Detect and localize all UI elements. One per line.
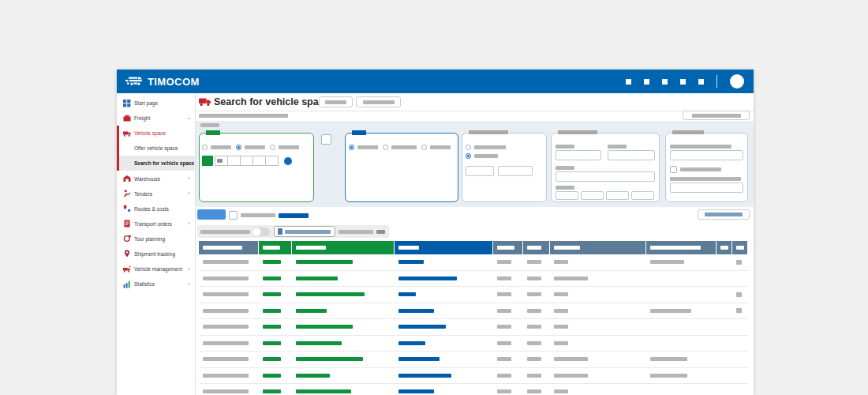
- topbar-menu-square-icon[interactable]: [680, 79, 686, 85]
- plate-input-cell[interactable]: [240, 156, 253, 166]
- header-action-button-1[interactable]: [319, 96, 353, 107]
- table-cell-c9: [716, 271, 732, 287]
- small-input-4[interactable]: [631, 191, 654, 200]
- table-row[interactable]: [199, 352, 748, 368]
- main-content: Search for vehicle space: [196, 93, 754, 395]
- sidebar-item-warehouse[interactable]: Warehouse›: [117, 171, 195, 186]
- topbar-menu-square-icon[interactable]: [698, 79, 704, 85]
- property-input-2[interactable]: [608, 150, 655, 160]
- table-header-cell-c5[interactable]: [493, 241, 523, 254]
- sidebar-item-start-page[interactable]: Start page: [117, 96, 195, 111]
- table-row[interactable]: [199, 319, 748, 336]
- search-button[interactable]: [197, 209, 226, 220]
- save-search-checkbox[interactable]: [229, 211, 238, 220]
- radio-option-2-selected[interactable]: [236, 145, 241, 150]
- table-header-cell-c3[interactable]: [292, 241, 395, 254]
- table-header-cell-c10[interactable]: [732, 241, 748, 254]
- table-row[interactable]: [199, 384, 748, 395]
- plate-input-cell[interactable]: [253, 156, 266, 166]
- toolbar-label-placeholder: [200, 230, 250, 234]
- country-flag-tile[interactable]: [202, 156, 213, 166]
- plate-input-cell[interactable]: [227, 156, 241, 166]
- sidebar-item-search-for-vehicle-space[interactable]: Search for vehicle space: [117, 156, 195, 171]
- radio-option-3[interactable]: [421, 145, 427, 150]
- field-label-placeholder: [670, 145, 731, 149]
- table-header-cell-c1[interactable]: [199, 241, 259, 254]
- table-header-cell-c8[interactable]: [646, 241, 716, 254]
- options-checkbox[interactable]: [670, 166, 677, 173]
- time-input[interactable]: [498, 166, 533, 176]
- table-cell-c2: [259, 271, 292, 287]
- table-header-cell-c6[interactable]: [523, 241, 550, 254]
- property-input-1[interactable]: [556, 150, 601, 160]
- options-input-2[interactable]: [670, 182, 743, 193]
- radio-option-2-selected[interactable]: [466, 153, 471, 159]
- user-avatar[interactable]: [730, 74, 744, 88]
- cell-value-placeholder: [263, 309, 281, 313]
- table-cell-c4: [395, 368, 493, 384]
- vehicle-mgmt-icon: [122, 265, 132, 273]
- table-header-cell-c2[interactable]: [259, 241, 292, 254]
- add-location-dot-button[interactable]: [284, 157, 292, 165]
- topbar-menu-square-icon[interactable]: [626, 79, 631, 85]
- link-panels-checkbox[interactable]: [321, 134, 331, 145]
- plate-input-cell[interactable]: [215, 156, 228, 166]
- radio-option-1-selected[interactable]: [349, 145, 354, 150]
- table-row[interactable]: [199, 336, 748, 352]
- table-row[interactable]: [199, 254, 748, 271]
- topbar-menu-square-icon[interactable]: [644, 79, 649, 85]
- table-header-cell-c7[interactable]: [550, 241, 646, 254]
- radio-option-1[interactable]: [466, 145, 471, 150]
- property-input-wide[interactable]: [556, 171, 655, 182]
- sort-dropdown[interactable]: [274, 226, 335, 237]
- auto-refresh-toggle[interactable]: [253, 228, 270, 236]
- cell-value-placeholder: [650, 374, 687, 378]
- actions-row: [196, 207, 754, 224]
- table-header-cell-c9[interactable]: [716, 241, 732, 254]
- date-input[interactable]: [466, 166, 494, 176]
- sidebar-item-vehicle-space[interactable]: Vehicle space: [117, 126, 195, 141]
- top-right-button[interactable]: [683, 111, 750, 120]
- cell-value-placeholder: [650, 357, 687, 361]
- options-input-1[interactable]: [670, 150, 743, 160]
- sidebar-item-vehicle-management[interactable]: Vehicle management›: [117, 261, 195, 276]
- sidebar-item-tour-planning[interactable]: Tour planning: [117, 231, 195, 246]
- table-cell-c10: [732, 254, 748, 270]
- small-input-3[interactable]: [606, 191, 629, 200]
- table-cell-c2: [259, 368, 292, 384]
- sidebar-item-tenders[interactable]: Tenders›: [117, 186, 195, 201]
- sidebar-item-transport-orders[interactable]: Transport orders›: [117, 216, 195, 231]
- table-row[interactable]: [199, 271, 748, 288]
- cell-value-placeholder: [203, 389, 249, 393]
- small-input-1[interactable]: [556, 191, 578, 200]
- sidebar-item-routes-costs[interactable]: Routes & costs: [117, 201, 195, 216]
- table-header-cell-c4[interactable]: [395, 241, 493, 254]
- table-cell-c3: [292, 384, 395, 395]
- table-cell-c1: [199, 287, 259, 303]
- chevron-down-icon: ›: [186, 117, 193, 119]
- radio-option-1[interactable]: [202, 145, 208, 150]
- topbar-menu-square-icon[interactable]: [662, 79, 668, 85]
- sidebar-item-offer-vehicle-space[interactable]: Offer vehicle space: [117, 141, 195, 156]
- sidebar-item-shipment-tracking[interactable]: Shipment tracking: [117, 246, 195, 261]
- table-row[interactable]: [199, 303, 748, 320]
- sidebar-item-freight[interactable]: Freight›: [117, 111, 195, 126]
- reset-link-placeholder[interactable]: [279, 213, 309, 218]
- sidebar-item-statistics[interactable]: Statistics›: [117, 276, 195, 292]
- toggle-knob: [253, 228, 261, 236]
- table-row[interactable]: [199, 368, 748, 385]
- plate-input-cell[interactable]: [265, 156, 279, 166]
- cell-value-placeholder: [296, 374, 330, 378]
- table-cell-c2: [259, 287, 292, 303]
- table-cell-c5: [493, 368, 523, 384]
- cell-value-placeholder: [554, 325, 568, 329]
- small-input-2[interactable]: [581, 191, 604, 200]
- header-action-button-2[interactable]: [356, 96, 401, 107]
- radio-option-2[interactable]: [383, 145, 388, 150]
- secondary-action-button[interactable]: [698, 209, 750, 220]
- radio-option-3[interactable]: [270, 145, 275, 150]
- table-cell-c9: [716, 287, 732, 303]
- table-cell-c2: [259, 303, 292, 319]
- topbar-right: [626, 74, 754, 88]
- table-row[interactable]: [199, 287, 748, 303]
